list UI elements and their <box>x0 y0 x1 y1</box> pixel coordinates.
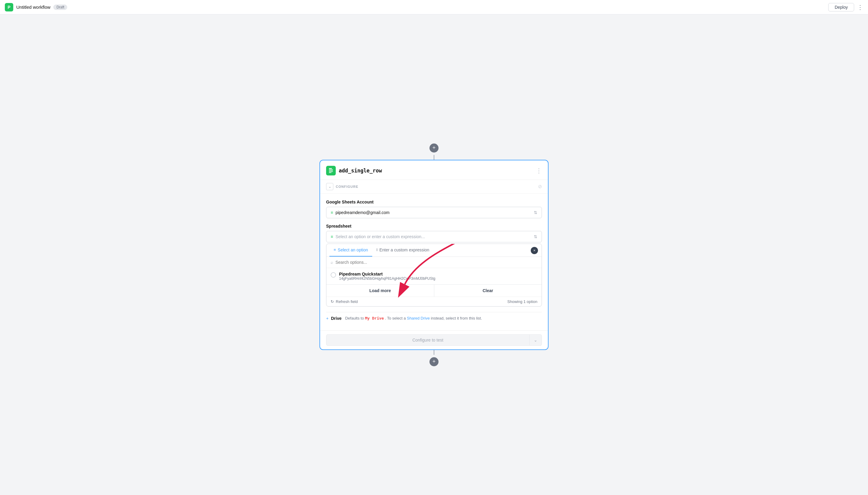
option-text: Pipedream Quickstart 14gFya6RHnf42N5bGHq… <box>339 272 537 281</box>
tab-custom-icon: I <box>377 248 378 252</box>
clear-button[interactable]: Clear <box>434 285 542 297</box>
topbar-right: Deploy ⋮ <box>828 3 863 12</box>
option-radio[interactable] <box>331 272 336 278</box>
tab-select-option[interactable]: ≡ Select an option <box>329 244 372 257</box>
svg-rect-1 <box>329 169 333 170</box>
card-header-left: add_single_row <box>326 166 382 175</box>
card-menu-icon[interactable]: ⋮ <box>536 167 542 174</box>
svg-rect-0 <box>329 168 332 169</box>
workflow-card: add_single_row ⋮ ⌄ CONFIGURE ⊘ Google Sh… <box>319 160 549 350</box>
card-title: add_single_row <box>339 168 382 174</box>
tab-custom-expression[interactable]: I Enter a custom expression <box>372 244 433 257</box>
spreadsheet-label: Spreadsheet <box>326 224 542 228</box>
dropdown-actions: Load more Clear <box>326 284 542 297</box>
draft-badge: Draft <box>53 4 67 10</box>
my-drive-text: My Drive <box>365 316 384 321</box>
refresh-field-button[interactable]: ↻ Refresh field <box>331 300 358 304</box>
load-more-button[interactable]: Load more <box>326 285 434 297</box>
spreadsheet-bars-icon: ≡ <box>331 234 333 239</box>
search-input[interactable] <box>335 260 537 265</box>
tab-select-icon: ≡ <box>334 248 336 252</box>
spreadsheet-dropdown: × ≡ Select an option I Enter a custom ex… <box>326 243 542 307</box>
option-item[interactable]: Pipedream Quickstart 14gFya6RHnf42N5bGHq… <box>326 268 542 284</box>
spreadsheet-field: Spreadsheet ≡ Select an option or enter … <box>326 224 542 307</box>
dropdown-close-button[interactable]: × <box>531 247 538 254</box>
card-header: add_single_row ⋮ <box>320 160 548 180</box>
spreadsheet-select-arrow: ⇅ <box>534 234 537 239</box>
topbar-left: P Untitled workflow Draft <box>5 3 67 12</box>
drive-plus-icon[interactable]: + <box>326 316 329 321</box>
more-icon[interactable]: ⋮ <box>857 4 863 11</box>
account-select-arrow: ⇅ <box>534 210 537 215</box>
drive-desc-mid: . To select a <box>385 316 406 321</box>
configure-to-test-arrow[interactable]: ⌄ <box>530 334 542 346</box>
drive-desc-suffix: instead, select it from this list. <box>431 316 482 321</box>
account-select-inner: ≡ pipedreamdemo@gmail.com <box>331 210 389 215</box>
pin-icon[interactable]: ⊘ <box>538 184 542 189</box>
dropdown-tabs: ≡ Select an option I Enter a custom expr… <box>326 244 542 257</box>
connector-top <box>434 155 434 160</box>
sheets-icon <box>326 166 336 175</box>
workflow-title: Untitled workflow <box>16 4 50 10</box>
google-sheets-account-label: Google Sheets Account <box>326 200 542 204</box>
dropdown-footer: ↻ Refresh field Showing 1 option <box>326 297 542 306</box>
svg-rect-3 <box>329 171 333 172</box>
account-select[interactable]: ≡ pipedreamdemo@gmail.com ⇅ <box>326 207 542 218</box>
refresh-icon: ↻ <box>331 300 334 304</box>
account-value: pipedreamdemo@gmail.com <box>335 210 389 215</box>
svg-rect-2 <box>329 170 333 171</box>
showing-text: Showing 1 option <box>507 300 537 304</box>
search-icon: ⌕ <box>331 260 333 265</box>
card-body: Google Sheets Account ≡ pipedreamdemo@gm… <box>320 193 548 330</box>
logo-icon: P <box>5 3 13 12</box>
drive-desc-prefix: Defaults to <box>345 316 364 321</box>
drive-label: Drive <box>331 316 342 321</box>
configure-left: ⌄ CONFIGURE <box>326 183 358 190</box>
option-id: 14gFya6RHnf42N5bGHqyhqP81AgHH2CwP3mMJ0bP… <box>339 276 537 281</box>
spreadsheet-select[interactable]: ≡ Select an option or enter a custom exp… <box>326 231 542 242</box>
google-sheets-account-field: Google Sheets Account ≡ pipedreamdemo@gm… <box>326 200 542 218</box>
option-name: Pipedream Quickstart <box>339 272 537 276</box>
configure-to-test-bar: Configure to test ⌄ <box>320 330 548 349</box>
configure-label: CONFIGURE <box>336 185 358 188</box>
configure-to-test-button[interactable]: Configure to test <box>326 334 530 346</box>
svg-rect-4 <box>329 172 331 173</box>
tab-select-label: Select an option <box>338 248 368 252</box>
topbar: P Untitled workflow Draft Deploy ⋮ <box>0 0 868 15</box>
add-node-top-button[interactable]: + <box>430 143 438 153</box>
drive-field: + Drive Defaults to My Drive . To select… <box>326 312 542 324</box>
canvas: + add_single_row ⋮ <box>0 15 868 495</box>
configure-chevron[interactable]: ⌄ <box>326 183 333 190</box>
shared-drive-link[interactable]: Shared Drive <box>407 316 430 321</box>
refresh-label: Refresh field <box>336 300 358 304</box>
add-node-bottom-button[interactable]: + <box>430 357 438 366</box>
spreadsheet-placeholder: Select an option or enter a custom expre… <box>335 234 425 239</box>
spreadsheet-select-inner: ≡ Select an option or enter a custom exp… <box>331 234 425 239</box>
drive-description: Defaults to My Drive . To select a Share… <box>345 316 482 321</box>
connector-bottom <box>434 350 434 355</box>
tab-custom-label: Enter a custom expression <box>379 248 430 252</box>
dropdown-search-bar: ⌕ <box>326 257 542 268</box>
configure-bar: ⌄ CONFIGURE ⊘ <box>320 180 548 193</box>
deploy-button[interactable]: Deploy <box>828 3 854 12</box>
account-bars-icon: ≡ <box>331 210 333 215</box>
